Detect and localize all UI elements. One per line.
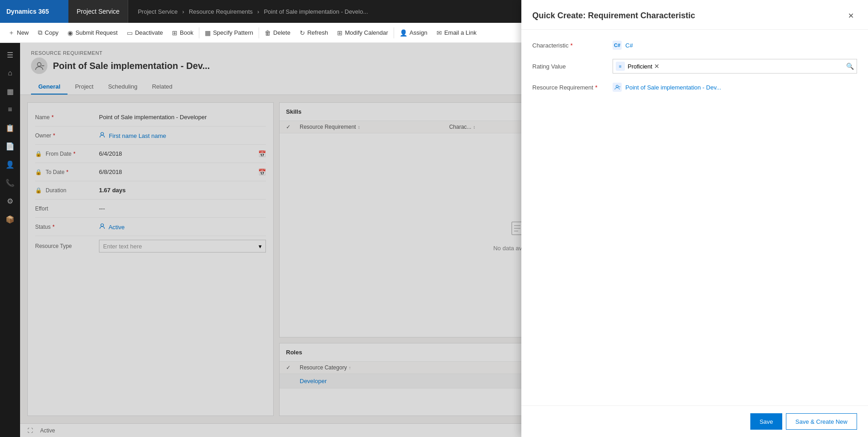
qc-resource-req-link[interactable]: Point of Sale implementation - Dev... [625,84,721,91]
delete-icon: 🗑 [265,29,271,37]
sidebar-user-icon[interactable]: 👤 [2,156,18,173]
tab-project[interactable]: Project [68,79,100,95]
email-link-icon: ✉ [437,29,442,37]
expand-icon[interactable]: ⛶ [27,427,33,434]
owner-label: Owner * [35,132,99,139]
to-date-field-row: 🔒 To Date * 6/8/2018 📅 [35,163,266,181]
sidebar-phone-icon[interactable]: 📞 [2,174,18,191]
refresh-button[interactable]: ↻ Refresh [295,25,333,41]
specify-pattern-label: Specify Pattern [213,29,253,36]
skills-resource-req-sort-icon: ↕ [358,125,360,130]
submit-request-label: Submit Request [75,29,118,36]
status-required: * [52,224,55,230]
sidebar-list-icon[interactable]: ≡ [2,101,18,118]
sidebar-home-icon[interactable]: ⌂ [2,65,18,81]
name-field-row: Name * Point of Sale implementation - De… [35,108,266,126]
specify-pattern-button[interactable]: ▦ Specify Pattern [200,25,258,41]
save-create-new-label: Save & Create New [795,418,847,425]
to-date-calendar-icon[interactable]: 📅 [258,168,266,176]
submit-request-button[interactable]: ◉ Submit Request [63,25,122,41]
modify-calendar-button[interactable]: ⊞ Modify Calendar [333,25,393,41]
project-service-tab[interactable]: Project Service [68,0,128,23]
status-field-row: Status * Active [35,218,266,236]
sidebar-notes-icon[interactable]: 📋 [2,120,18,136]
qc-rating-value-label: Rating Value [532,63,605,70]
email-link-button[interactable]: ✉ Email a Link [432,25,481,41]
modify-calendar-icon: ⊞ [337,29,343,37]
breadcrumb-sep-2: › [257,8,259,15]
qc-resource-req-icon [613,83,622,92]
qc-rating-value-field: Rating Value ≡ Proficient ✕ 🔍 [532,59,857,74]
effort-field-row: Effort --- [35,200,266,218]
cmd-divider-2 [259,27,259,38]
qc-rating-value-icon: ≡ [616,62,625,71]
to-date-value: 6/8/2018 [99,168,258,175]
brand-label: Dynamics 365 [6,8,49,15]
refresh-icon: ↻ [300,29,305,37]
skills-resource-req-col[interactable]: Resource Requirement ↕ [300,124,449,130]
qc-characteristic-link[interactable]: C# [625,42,633,49]
assign-button[interactable]: 👤 Assign [395,25,432,41]
sidebar-settings-icon[interactable]: ⚙ [2,193,18,209]
tab-scheduling[interactable]: Scheduling [101,79,145,95]
qc-characteristic-icon: C# [613,41,622,50]
effort-label: Effort [35,205,99,212]
dynamics-brand[interactable]: Dynamics 365 [0,0,68,23]
qc-characteristic-required: * [570,42,572,49]
sidebar-dashboard-icon[interactable]: ▦ [2,83,18,100]
quick-create-panel: Quick Create: Requirement Characteristic… [521,0,868,437]
svg-point-8 [616,85,619,88]
status-value[interactable]: Active [99,223,266,231]
delete-button[interactable]: 🗑 Delete [260,25,295,41]
sidebar-doc-icon[interactable]: 📄 [2,138,18,154]
new-label: New [17,29,29,36]
submit-icon: ◉ [68,29,73,37]
name-required: * [52,114,54,121]
qc-rating-value-input[interactable]: ≡ Proficient ✕ 🔍 [613,59,857,74]
save-button[interactable]: Save [750,413,782,430]
left-sidebar: ☰ ⌂ ▦ ≡ 📋 📄 👤 📞 ⚙ 📦 [0,43,20,437]
refresh-label: Refresh [307,29,328,36]
new-button[interactable]: ＋ New [4,25,33,41]
status-label: Status * [35,224,99,230]
qc-resource-req-field: Resource Requirement * Point of Sale imp… [532,83,857,92]
qc-resource-req-required: * [595,84,598,91]
roles-sort-icon: ↑ [348,365,351,370]
book-label: Book [180,29,193,36]
from-date-field-row: 🔒 From Date * 6/4/2018 📅 [35,145,266,163]
qc-resource-req-value: Point of Sale implementation - Dev... [613,83,857,92]
copy-icon: ⧉ [38,29,42,37]
book-button[interactable]: ⊞ Book [167,25,198,41]
roles-row-developer-value[interactable]: Developer [300,378,327,384]
from-date-required: * [73,151,76,157]
tab-general[interactable]: General [31,79,68,95]
qc-rating-search-icon[interactable]: 🔍 [846,63,854,70]
copy-button[interactable]: ⧉ Copy [33,25,63,41]
qc-close-icon: ✕ [848,11,854,20]
breadcrumb-item-2[interactable]: Resource Requirements [189,8,253,15]
status-text: Active [40,427,55,434]
duration-value: 1.67 days [99,187,266,194]
from-date-calendar-icon[interactable]: 📅 [258,150,266,158]
deactivate-button[interactable]: ▭ Deactivate [122,25,167,41]
tab-related[interactable]: Related [145,79,180,95]
qc-rating-tag: Proficient ✕ [628,63,660,70]
record-avatar-icon [31,58,47,74]
qc-body: Characteristic * C# C# Rating Value ≡ Pr… [521,30,868,405]
owner-value[interactable]: First name Last name [99,132,266,139]
module-label: Project Service [77,8,120,15]
qc-rating-tag-remove[interactable]: ✕ [654,63,660,69]
breadcrumb-item-1[interactable]: Project Service [138,8,177,15]
form-fields-section: Name * Point of Sale implementation - De… [28,103,273,262]
qc-footer: Save Save & Create New [521,405,868,437]
main-form-panel: Name * Point of Sale implementation - De… [27,102,274,416]
qc-close-button[interactable]: ✕ [844,9,857,22]
duration-label: 🔒 Duration [35,187,99,194]
sidebar-menu-icon[interactable]: ☰ [2,47,18,63]
sidebar-package-icon[interactable]: 📦 [2,211,18,227]
save-label: Save [759,418,773,425]
assign-icon: 👤 [400,29,407,37]
resource-type-input[interactable]: Enter text here ▾ [99,240,266,253]
save-create-new-button[interactable]: Save & Create New [786,413,857,430]
duration-lock-icon: 🔒 [35,187,42,194]
